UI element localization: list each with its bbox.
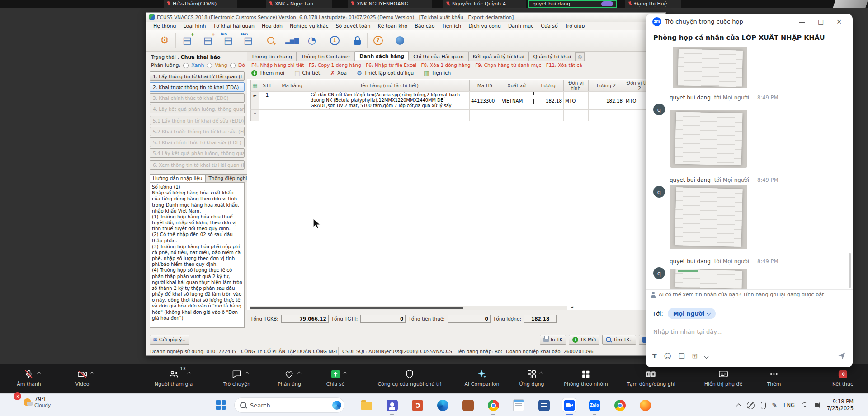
- bar-chart-icon[interactable]: ▂▅▇: [283, 31, 301, 50]
- participants-button[interactable]: 13 Người tham gia: [155, 369, 193, 387]
- col-stt[interactable]: STT: [259, 80, 275, 91]
- taskbar-app-edge[interactable]: [435, 398, 450, 412]
- attach-file-icon[interactable]: ❏: [679, 352, 684, 360]
- captions-button[interactable]: Hiển thị phụ đề: [704, 369, 743, 387]
- taskbar-app-word[interactable]: [537, 398, 551, 412]
- excel-export-icon[interactable]: ▦: [250, 80, 259, 91]
- minimize-button[interactable]: —: [794, 18, 810, 25]
- chevron-up-icon[interactable]: [297, 372, 301, 375]
- feedback-button[interactable]: ✉ Gửi góp ý...: [150, 335, 189, 345]
- chevron-up-icon[interactable]: [90, 372, 94, 375]
- taskbar-app-file-explorer[interactable]: [359, 398, 374, 412]
- cell-don-vi-tinh[interactable]: MTQ: [564, 91, 589, 109]
- radio-red[interactable]: [230, 63, 236, 68]
- cell-stt[interactable]: 1: [259, 91, 275, 109]
- menu-tien-ich[interactable]: Tiện ích: [439, 23, 464, 29]
- tab-thong-tin-container[interactable]: Thông tin Container: [297, 52, 355, 61]
- col-ma-hs[interactable]: Mã HS: [470, 80, 500, 91]
- chat-image-attachment[interactable]: [673, 47, 747, 88]
- video-button[interactable]: Video: [75, 369, 90, 387]
- menu-hoa-don[interactable]: Hóa đơn: [259, 23, 286, 29]
- chat-titlebar[interactable]: zm Trò chuyện trong cuộc họp — □ ✕: [646, 14, 853, 29]
- menu-danh-muc[interactable]: Danh mục: [505, 23, 537, 29]
- more-options-icon[interactable]: ⋯: [838, 33, 845, 42]
- system-gear-icon[interactable]: ⚙: [156, 31, 174, 50]
- utilities-button[interactable]: ▦Tiện ích: [424, 70, 451, 76]
- taskbar-app-firefox[interactable]: [638, 398, 652, 412]
- get-result-icon[interactable]: ↓: [326, 31, 344, 50]
- delete-row-button[interactable]: ✗Xóa: [330, 70, 347, 76]
- scrollbar-thumb[interactable]: [250, 307, 463, 309]
- step-button-2[interactable]: 2. Khai trước thông tin tờ khai (EDA): [150, 82, 245, 92]
- emoji-icon[interactable]: ☺: [664, 352, 672, 360]
- col-xuat-xu[interactable]: Xuất xứ: [500, 80, 533, 91]
- taskbar-search[interactable]: Search: [234, 397, 344, 413]
- pen-icon[interactable]: ✎: [772, 402, 778, 409]
- online-service-icon[interactable]: [391, 31, 409, 50]
- chevron-up-icon[interactable]: [540, 372, 543, 375]
- cell-ma-hs[interactable]: 44123300: [470, 91, 500, 109]
- chat-button[interactable]: Trò chuyện: [223, 369, 250, 387]
- participant-tab[interactable]: XNK - Ngọc Lan: [266, 0, 332, 8]
- radio-green[interactable]: [183, 63, 189, 68]
- menu-dich-vu-cong[interactable]: Dịch vụ công: [465, 23, 504, 29]
- print-declaration-button[interactable]: In TK: [540, 335, 566, 345]
- speaker-icon[interactable]: [815, 403, 818, 407]
- ida-declaration-icon[interactable]: IDA▤: [219, 31, 237, 50]
- col-luong[interactable]: Lượng: [533, 80, 564, 91]
- menu-bao-cao[interactable]: Báo cáo: [411, 23, 438, 29]
- close-button[interactable]: ✕: [832, 18, 846, 25]
- menu-nghiep-vu-khac[interactable]: Nghiệp vụ khác: [287, 23, 332, 29]
- host-tools-button[interactable]: Công cụ của người chủ trì: [377, 369, 441, 387]
- taskbar-app-zoom[interactable]: [562, 398, 576, 412]
- col-ten-hang[interactable]: Tên hàng (mô tả chi tiết): [309, 80, 470, 91]
- taskbar-app-office[interactable]: [461, 398, 475, 412]
- chat-image-attachment[interactable]: [670, 185, 747, 249]
- start-button[interactable]: [216, 400, 226, 410]
- taskbar-app-chrome[interactable]: [486, 398, 500, 412]
- column-setup-button[interactable]: ⚙Thiết lập cột dữ liệu: [357, 70, 414, 76]
- language-indicator[interactable]: ENG: [783, 402, 795, 408]
- menu-cua-so[interactable]: Cửa sổ: [538, 23, 561, 29]
- mouse-settings-icon[interactable]: [761, 402, 766, 409]
- step-button-1[interactable]: 1. Lấy thông tin tờ khai từ Hải quan (ED…: [150, 71, 245, 81]
- new-declaration-button[interactable]: +TK Mới: [569, 335, 599, 345]
- menu-to-khai-hai-quan[interactable]: Tờ khai hải quan: [210, 23, 258, 29]
- taskbar-clock[interactable]: 9:18 PM 7/23/2025: [827, 398, 854, 412]
- tab-ket-qua-xu-ly[interactable]: Kết quả xử lý tờ khai: [468, 52, 529, 61]
- screenshot-icon[interactable]: ⊞: [692, 352, 698, 360]
- pie-chart-icon[interactable]: ◔: [303, 31, 321, 50]
- cell-xuat-xu[interactable]: VIETNAM: [500, 91, 533, 109]
- ecus-titlebar[interactable]: ECUS5-VNACCS 2018 (Electronic Customs Se…: [146, 13, 665, 22]
- detail-button[interactable]: ▤Chi tiết: [294, 70, 320, 76]
- participant-tab[interactable]: Hứa-Thắm(GDVN): [164, 0, 237, 8]
- chevron-up-icon[interactable]: [245, 372, 249, 375]
- tab-quan-ly-to-khai[interactable]: Quản lý tờ khai: [529, 52, 576, 61]
- menu-loai-hinh[interactable]: Loại hình: [180, 23, 209, 29]
- chevron-up-icon[interactable]: [344, 372, 347, 375]
- send-icon[interactable]: [837, 351, 846, 360]
- chevron-up-icon[interactable]: [188, 372, 191, 375]
- maximize-button[interactable]: □: [813, 18, 828, 25]
- menu-ke-toan-kho[interactable]: Kế toán kho: [375, 23, 411, 29]
- new-row[interactable]: *: [250, 109, 655, 121]
- taskbar-app-teams[interactable]: [385, 398, 399, 412]
- share-screen-button[interactable]: Chia sẻ: [326, 369, 344, 387]
- add-row-button[interactable]: +Thêm mới: [251, 70, 284, 76]
- chat-message-input[interactable]: [652, 328, 835, 336]
- no-internet-icon[interactable]: [747, 402, 755, 409]
- taskbar-app-chrome-2[interactable]: [613, 398, 627, 412]
- tab-thong-tin-chung[interactable]: Thông tin chung: [247, 52, 297, 61]
- reactions-button[interactable]: Phản ứng: [278, 369, 301, 387]
- menu-tro-giup[interactable]: Trợ giúp: [562, 23, 588, 29]
- end-meeting-button[interactable]: Kết thúc: [832, 369, 853, 387]
- pause-stop-recording-button[interactable]: Tạm dừng/dừng ghi: [627, 369, 675, 387]
- chevron-down-icon[interactable]: [704, 354, 709, 359]
- chat-image-attachment[interactable]: [670, 269, 747, 289]
- search-declaration-icon[interactable]: [262, 31, 280, 50]
- help-icon[interactable]: ?: [369, 31, 387, 50]
- cell-luong-2[interactable]: 182.18: [589, 91, 624, 109]
- taskbar-app-zalo[interactable]: Zalo: [587, 398, 602, 412]
- col-ma-hang[interactable]: Mã hàng: [275, 80, 309, 91]
- radio-yellow[interactable]: [207, 63, 212, 68]
